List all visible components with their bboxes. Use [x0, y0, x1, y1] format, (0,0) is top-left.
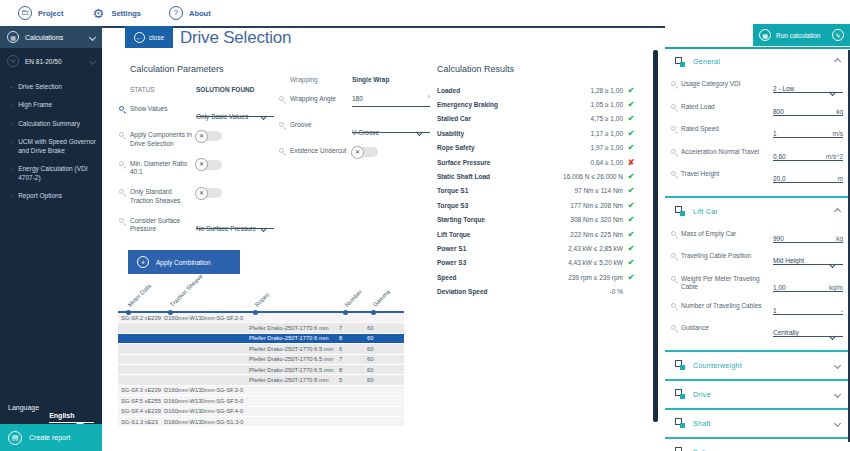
field-label: Existence Undercut	[290, 147, 352, 162]
sidebar-item-drive-selection[interactable]: - Drive Selection	[0, 78, 102, 96]
sidebar-item-calculation-summary[interactable]: - Calculation Summary	[0, 115, 102, 133]
close-button[interactable]: ← close	[125, 26, 173, 48]
section-separator	[665, 196, 850, 198]
section-header[interactable]: General	[665, 49, 850, 74]
result-value: 177 Nm ≤ 208 Nm	[570, 202, 623, 209]
sidebar-item-report-options[interactable]: - Report Options	[0, 187, 102, 205]
project-label: Project	[38, 9, 63, 18]
settings-menu-button[interactable]: ⚙ Settings	[91, 6, 141, 20]
field-control[interactable]: Centrally	[773, 324, 843, 337]
field-control[interactable]: 20,0 m	[773, 170, 843, 183]
folder-icon: 🗀	[18, 6, 32, 20]
magnifier-icon	[671, 149, 676, 154]
sidebar-item-energy-calculation[interactable]: - Energy Calculation (VDI 4707-2)	[0, 160, 102, 187]
table-row[interactable]: SG-SF.4 xE239 D160mm-W130mm-SG-SF.4-0	[118, 407, 404, 417]
table-row-selected[interactable]: Pfeifer Drako-250T-1770 6 mm 8 60	[118, 334, 404, 344]
show-values-dropdown[interactable]: Only Basic Values	[196, 105, 274, 117]
sidebar-item-calculations[interactable]: ▦ Calculations	[0, 26, 102, 48]
section-header[interactable]: Lift Car	[665, 199, 850, 224]
cell-rope: Pfeifer Drako-250T-1770 6 mm	[249, 335, 339, 341]
table-row[interactable]: Pfeifer Drako-250T-1770 6 mm 7 60	[118, 323, 404, 333]
column-header-ropes[interactable]: Ropes	[254, 291, 271, 308]
field-label: Guidance	[681, 324, 773, 337]
field-value: 1	[773, 130, 777, 137]
table-row[interactable]: Pfeifer Drako-250T-1770 8 mm 5 60	[118, 375, 404, 385]
field-control[interactable]: 0,60 m/s^2	[773, 148, 843, 161]
field-value: 0,60	[773, 153, 786, 160]
table-row[interactable]: SG-S1.3 xE23 D160mm-W130mm-SG-S1.3-0	[118, 417, 404, 427]
results-heading: Calculation Results	[437, 64, 639, 74]
page-title: Drive Selection	[180, 28, 291, 48]
panel-section: General Usage Category VDI 2 - Low Rated…	[665, 49, 850, 195]
groove-dropdown[interactable]: V-Groove	[352, 121, 430, 133]
field-control[interactable]: 1 m/s	[773, 125, 843, 138]
column-header-motor-data[interactable]: Motor Data	[127, 283, 152, 308]
section-header[interactable]: Counterweight	[665, 353, 850, 378]
surface-pressure-dropdown[interactable]: No Surface Pressure	[196, 217, 274, 229]
panel-field: Traveling Cable Position Mid Height	[681, 252, 843, 265]
section-header[interactable]: Drive	[665, 382, 850, 407]
table-row[interactable]: SG-SF.3 xE239 D160mm-W130mm-SG-SF.3-0	[118, 386, 404, 396]
field-control[interactable]: Mid Height	[773, 252, 843, 265]
column-header-number[interactable]: Number	[344, 289, 363, 308]
panel-field: Weight Per Meter Traveling Cable 1,00 kg…	[681, 275, 843, 293]
section-header[interactable]: Pulleys	[665, 440, 850, 451]
magnifier-icon	[279, 96, 284, 101]
field-control[interactable]: 1,00 kg/m	[773, 275, 843, 293]
cell-number: 5	[339, 377, 367, 383]
sidebar-item-en-81-20-50[interactable]: EN 81-20/50	[0, 48, 102, 74]
magnifier-icon	[671, 276, 676, 281]
standard-badge-icon	[7, 55, 19, 67]
field-control[interactable]: 2 - Low	[773, 80, 843, 93]
apply-components-toggle[interactable]: ✕	[196, 131, 222, 141]
about-menu-button[interactable]: ? About	[169, 6, 211, 20]
apply-combination-button[interactable]: + Apply Combination	[128, 250, 240, 274]
field-unit: -	[841, 307, 843, 314]
dash-marker: -	[10, 120, 12, 128]
create-report-button[interactable]: ▤ Create report	[0, 424, 102, 451]
column-header-traction-sheave[interactable]: Traction Sheave	[169, 273, 204, 308]
cell-number: 7	[339, 325, 367, 331]
chevron-down-icon	[834, 390, 841, 397]
field-label: Apply Components in Drive Selection	[130, 131, 196, 149]
field-unit: kg	[836, 108, 843, 115]
magnifier-icon	[671, 126, 676, 131]
result-row: Starting Torque 308 Nm ≤ 320 Nm ✔	[437, 213, 639, 227]
column-header-gamma[interactable]: Gamma	[372, 289, 391, 308]
table-body: SG-SF.2 xE239 D160mm-W130mm-SG-SF.2-0 Pf…	[118, 313, 404, 427]
table-row[interactable]: Pfeifer Drako-250T-1770 6.5 mm 8 60	[118, 365, 404, 375]
cell-number: 8	[339, 335, 367, 341]
table-row[interactable]: SG-SF.2 xE239 D160mm-W130mm-SG-SF.2-0	[118, 313, 404, 323]
field-value: Centrally	[773, 329, 799, 336]
field-value: 1,00	[773, 284, 786, 291]
component-icon	[675, 360, 685, 370]
field-unit: kg/m	[829, 284, 843, 291]
table-row[interactable]: SG-SF.5 xE255 D160mm-W130mm-SG-SF.5-0	[118, 396, 404, 406]
panel-section: Lift Car Mass of Empty Car 990 kg Travel…	[665, 199, 850, 349]
main-scrollbar[interactable]	[653, 50, 658, 422]
language-select[interactable]: English	[49, 404, 94, 423]
wrapping-angle-input[interactable]: 180 °	[352, 95, 430, 107]
table-row[interactable]: Pfeifer Drako-250T-1770 6.5 mm 7 60	[118, 355, 404, 365]
chevron-down-icon	[89, 33, 96, 40]
section-title: General	[693, 58, 827, 65]
standard-traction-sheaves-toggle[interactable]: ✕	[196, 188, 222, 198]
field-control[interactable]: 800 kg	[773, 103, 843, 116]
sidebar-item-ucm[interactable]: - UCM with Speed Governor and Drive Brak…	[0, 133, 102, 160]
section-header[interactable]: Shaft	[665, 411, 850, 436]
result-value: 1,28 ≥ 1,00	[591, 87, 623, 94]
project-menu-button[interactable]: 🗀 Project	[18, 6, 63, 20]
table-row[interactable]: Pfeifer Drako-250T-1770 6.5 mm 6 60	[118, 344, 404, 354]
field-control[interactable]: 1 -	[773, 302, 843, 315]
toggle-knob-off-icon: ✕	[195, 130, 208, 143]
field-label: Only Standard Traction Sheaves	[130, 188, 196, 206]
field-standard-traction-sheaves: Only Standard Traction Sheaves ✕	[130, 188, 442, 206]
field-label: Traveling Cable Position	[681, 252, 773, 265]
run-calculation-button[interactable]: ▦ Run calculation ✎	[753, 24, 850, 46]
sidebar-item-high-frame[interactable]: - High Frame	[0, 96, 102, 114]
result-label: Starting Torque	[437, 216, 570, 223]
result-label: Stalled Car	[437, 115, 591, 122]
min-diameter-ratio-toggle[interactable]: ✕	[196, 160, 222, 170]
field-control[interactable]: 990 kg	[773, 230, 843, 243]
existence-undercut-toggle[interactable]: ✕	[352, 147, 378, 157]
